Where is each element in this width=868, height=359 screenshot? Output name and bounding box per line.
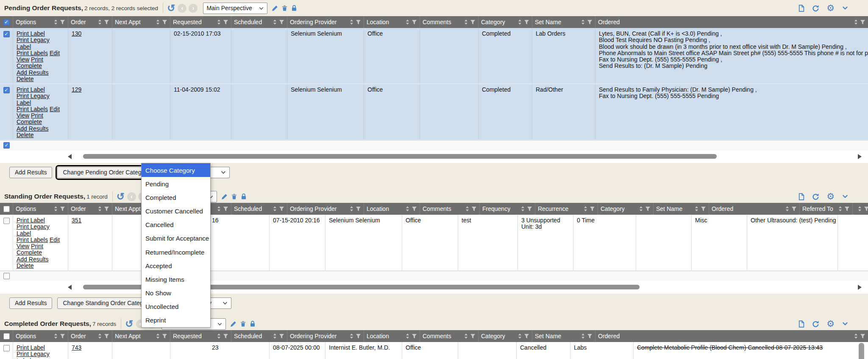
filter-icon[interactable] <box>860 334 865 339</box>
sort-icon[interactable] <box>465 206 469 212</box>
undo-icon[interactable]: ↺ <box>117 192 125 201</box>
lock-icon[interactable] <box>240 193 247 200</box>
select-all-footer-checkbox[interactable]: ✓ <box>3 142 10 149</box>
link-print-legacy-label[interactable]: Print Legacy Label <box>17 351 50 359</box>
link-edit[interactable]: Edit <box>50 50 60 56</box>
filter-icon[interactable] <box>860 20 865 25</box>
link-print-label[interactable]: Print Label <box>17 344 45 351</box>
scroll-right-arrow[interactable] <box>858 285 862 290</box>
filter-icon[interactable] <box>587 20 593 25</box>
select-all-checkbox[interactable] <box>3 206 10 212</box>
link-print-legacy-label[interactable]: Print Legacy Label <box>17 36 50 50</box>
vertical-scrollbar-thumb[interactable] <box>859 343 864 359</box>
filter-icon[interactable] <box>412 334 417 339</box>
change-pending-order-category-button[interactable]: Change Pending Order Category <box>57 167 155 178</box>
filter-icon[interactable] <box>356 334 361 339</box>
lock-icon[interactable] <box>249 320 256 327</box>
dropdown-option-completed[interactable]: Completed <box>142 191 210 204</box>
link-print-legacy-label[interactable]: Print Legacy Label <box>17 93 50 106</box>
row-checkbox[interactable] <box>3 345 10 351</box>
add-results-button[interactable]: Add Results <box>9 297 52 309</box>
order-number-link[interactable]: 130 <box>72 30 81 37</box>
sort-icon[interactable] <box>406 333 409 339</box>
link-print-labels[interactable]: Print Labels <box>17 50 48 56</box>
filter-icon[interactable] <box>471 206 477 211</box>
dropdown-option-reprint[interactable]: Reprint <box>142 314 210 327</box>
filter-icon[interactable] <box>524 20 529 25</box>
filter-icon[interactable] <box>645 206 651 211</box>
filter-icon[interactable] <box>524 334 529 339</box>
filter-icon[interactable] <box>279 20 284 25</box>
filter-icon[interactable] <box>356 20 361 25</box>
link-print-label[interactable]: Print Label <box>17 86 45 93</box>
filter-icon[interactable] <box>470 334 476 339</box>
sort-icon[interactable] <box>273 206 277 212</box>
sort-icon[interactable] <box>584 206 587 212</box>
select-all-footer-checkbox[interactable] <box>3 273 10 279</box>
edit-perspective-icon[interactable] <box>230 320 237 327</box>
add-results-button[interactable]: Add Results <box>9 167 52 178</box>
filter-icon[interactable] <box>791 206 797 211</box>
sort-icon[interactable] <box>98 206 102 212</box>
sort-icon[interactable] <box>639 206 643 212</box>
order-number-link[interactable]: 129 <box>72 86 81 93</box>
link-complete[interactable]: Complete <box>17 62 42 69</box>
undo-icon[interactable]: ↺ <box>125 320 133 328</box>
sort-icon[interactable] <box>406 19 409 25</box>
sort-icon[interactable] <box>838 206 842 212</box>
sort-icon[interactable] <box>854 333 858 339</box>
collapse-chevron-icon[interactable] <box>842 5 849 11</box>
edit-perspective-icon[interactable] <box>272 5 278 11</box>
filter-icon[interactable] <box>844 206 850 211</box>
filter-icon[interactable] <box>60 20 65 25</box>
filter-icon[interactable] <box>412 20 417 25</box>
previous-perspective-icon[interactable]: ‹ <box>178 4 186 13</box>
sort-icon[interactable] <box>350 333 353 339</box>
link-view[interactable]: View <box>17 243 29 250</box>
filter-icon[interactable] <box>60 206 65 211</box>
sort-icon[interactable] <box>54 19 58 25</box>
sort-icon[interactable] <box>156 19 160 25</box>
dropdown-option-pending[interactable]: Pending <box>142 177 210 191</box>
undo-icon[interactable]: ↺ <box>167 4 175 12</box>
sort-icon[interactable] <box>785 206 789 212</box>
refresh-icon[interactable] <box>812 193 819 200</box>
row-checkbox[interactable]: ✓ <box>3 31 10 37</box>
order-number-link[interactable]: 351 <box>72 217 81 224</box>
scrollbar-thumb[interactable] <box>83 154 717 159</box>
link-add-results[interactable]: Add Results <box>17 69 48 76</box>
row-checkbox[interactable] <box>3 218 10 224</box>
sort-icon[interactable] <box>521 206 525 212</box>
sort-icon[interactable] <box>581 333 585 339</box>
row-checkbox[interactable]: ✓ <box>3 87 10 93</box>
link-print-legacy-label[interactable]: Print Legacy Label <box>17 223 50 236</box>
sort-icon[interactable] <box>217 333 221 339</box>
scroll-right-arrow[interactable] <box>858 154 862 159</box>
perspective-select[interactable]: Main Perspective <box>203 3 267 14</box>
link-view[interactable]: View <box>17 112 29 119</box>
filter-icon[interactable] <box>223 20 228 25</box>
lock-icon[interactable] <box>291 5 298 11</box>
sort-icon[interactable] <box>54 333 58 339</box>
dropdown-option-no-show[interactable]: No Show <box>142 286 210 300</box>
link-edit[interactable]: Edit <box>50 106 60 112</box>
sort-icon[interactable] <box>518 19 522 25</box>
gear-icon[interactable]: ⚙ <box>826 320 835 328</box>
delete-perspective-icon[interactable] <box>240 320 246 327</box>
delete-perspective-icon[interactable] <box>281 5 288 11</box>
filter-icon[interactable] <box>104 20 109 25</box>
refresh-icon[interactable] <box>812 320 819 328</box>
dropdown-option-cancelled[interactable]: Cancelled <box>142 218 210 232</box>
dropdown-option-submit-for-acceptance[interactable]: Submit for Acceptance <box>142 232 210 245</box>
link-delete[interactable]: Delete <box>17 262 33 269</box>
gear-icon[interactable]: ⚙ <box>826 192 835 201</box>
filter-icon[interactable] <box>412 206 417 211</box>
new-document-icon[interactable] <box>798 5 805 12</box>
gear-icon[interactable]: ⚙ <box>826 4 835 12</box>
sort-icon[interactable] <box>406 206 409 212</box>
new-document-icon[interactable] <box>798 193 805 200</box>
sort-icon[interactable] <box>464 333 468 339</box>
sort-icon[interactable] <box>273 333 277 339</box>
sort-icon[interactable] <box>98 19 102 25</box>
dropdown-option-accepted[interactable]: Accepted <box>142 259 210 272</box>
